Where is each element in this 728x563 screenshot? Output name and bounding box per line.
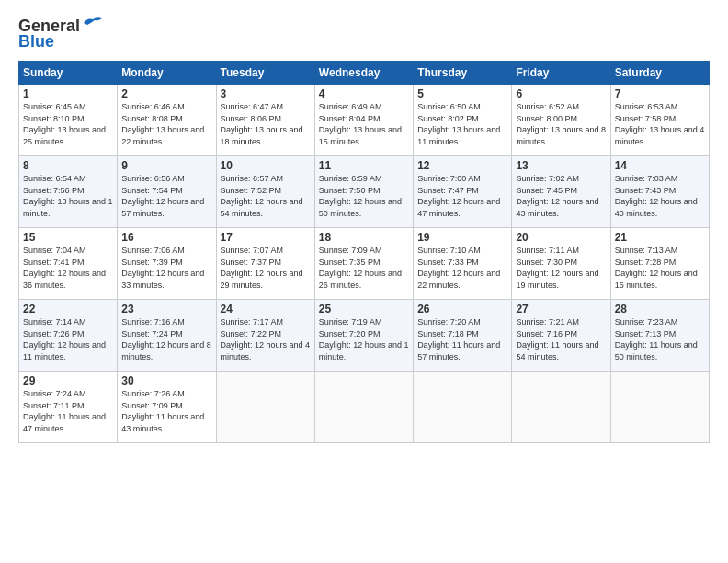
day-info: Sunrise: 6:49 AM Sunset: 8:04 PM Dayligh…	[319, 101, 409, 147]
sunrise-time: Sunrise: 7:21 AM	[516, 317, 579, 327]
sunrise-time: Sunrise: 7:23 AM	[615, 317, 678, 327]
day-number: 22	[23, 303, 113, 316]
day-number: 20	[516, 231, 606, 244]
calendar-cell: 24 Sunrise: 7:17 AM Sunset: 7:22 PM Dayl…	[216, 300, 314, 372]
day-number: 10	[221, 159, 311, 172]
header-saturday: Saturday	[610, 62, 709, 85]
calendar-cell: 19 Sunrise: 7:10 AM Sunset: 7:33 PM Dayl…	[414, 228, 512, 300]
sunrise-time: Sunrise: 7:26 AM	[121, 389, 185, 398]
calendar-cell: 12 Sunrise: 7:00 AM Sunset: 7:47 PM Dayl…	[414, 156, 512, 228]
day-info: Sunrise: 7:14 AM Sunset: 7:26 PM Dayligh…	[23, 316, 113, 362]
sunset-time: Sunset: 7:13 PM	[615, 329, 677, 339]
day-number: 14	[615, 159, 705, 172]
daylight-hours: Daylight: 13 hours and 22 minutes.	[121, 125, 204, 146]
daylight-hours: Daylight: 12 hours and 29 minutes.	[221, 269, 303, 290]
day-number: 8	[23, 159, 113, 172]
day-number: 29	[23, 374, 113, 387]
calendar-cell: 21 Sunrise: 7:13 AM Sunset: 7:28 PM Dayl…	[610, 228, 709, 300]
daylight-hours: Daylight: 12 hours and 22 minutes.	[417, 269, 500, 290]
sunrise-time: Sunrise: 6:52 AM	[516, 102, 579, 111]
day-info: Sunrise: 7:02 AM Sunset: 7:45 PM Dayligh…	[516, 173, 606, 219]
sunset-time: Sunset: 8:10 PM	[23, 114, 85, 123]
calendar-cell: 11 Sunrise: 6:59 AM Sunset: 7:50 PM Dayl…	[314, 156, 413, 228]
sunset-time: Sunset: 8:04 PM	[319, 114, 381, 123]
sunset-time: Sunset: 7:35 PM	[319, 258, 381, 267]
day-number: 19	[417, 231, 507, 244]
sunset-time: Sunset: 7:30 PM	[516, 258, 577, 267]
sunset-time: Sunset: 7:33 PM	[417, 258, 479, 267]
calendar-cell: 27 Sunrise: 7:21 AM Sunset: 7:16 PM Dayl…	[512, 300, 610, 372]
calendar-cell	[314, 372, 413, 443]
day-info: Sunrise: 7:09 AM Sunset: 7:35 PM Dayligh…	[319, 245, 409, 291]
day-number: 7	[615, 87, 705, 100]
sunset-time: Sunset: 8:08 PM	[121, 114, 183, 123]
day-info: Sunrise: 7:24 AM Sunset: 7:11 PM Dayligh…	[23, 388, 113, 434]
sunset-time: Sunset: 7:58 PM	[615, 114, 677, 123]
calendar-cell: 4 Sunrise: 6:49 AM Sunset: 8:04 PM Dayli…	[314, 85, 413, 156]
sunset-time: Sunset: 7:47 PM	[417, 186, 479, 195]
calendar-cell: 17 Sunrise: 7:07 AM Sunset: 7:37 PM Dayl…	[216, 228, 314, 300]
sunset-time: Sunset: 7:09 PM	[121, 401, 183, 410]
sunset-time: Sunset: 7:52 PM	[221, 186, 282, 195]
daylight-hours: Daylight: 12 hours and 1 minute.	[319, 340, 409, 362]
day-info: Sunrise: 7:11 AM Sunset: 7:30 PM Dayligh…	[516, 245, 606, 291]
sunset-time: Sunset: 7:11 PM	[23, 401, 85, 410]
daylight-hours: Daylight: 13 hours and 8 minutes.	[516, 125, 606, 146]
calendar-week-4: 22 Sunrise: 7:14 AM Sunset: 7:26 PM Dayl…	[19, 300, 710, 372]
sunrise-time: Sunrise: 6:46 AM	[121, 102, 185, 111]
sunset-time: Sunset: 7:18 PM	[417, 329, 479, 339]
calendar-cell: 9 Sunrise: 6:56 AM Sunset: 7:54 PM Dayli…	[118, 156, 216, 228]
sunset-time: Sunset: 7:26 PM	[23, 329, 85, 339]
sunrise-time: Sunrise: 7:14 AM	[23, 317, 86, 327]
day-info: Sunrise: 6:47 AM Sunset: 8:06 PM Dayligh…	[221, 101, 311, 147]
day-number: 12	[417, 159, 507, 172]
day-number: 2	[121, 87, 211, 100]
sunrise-time: Sunrise: 6:56 AM	[121, 174, 185, 183]
sunrise-time: Sunrise: 7:24 AM	[23, 389, 86, 398]
day-info: Sunrise: 6:52 AM Sunset: 8:00 PM Dayligh…	[516, 101, 606, 147]
day-info: Sunrise: 7:00 AM Sunset: 7:47 PM Dayligh…	[417, 173, 507, 219]
calendar-cell: 7 Sunrise: 6:53 AM Sunset: 7:58 PM Dayli…	[610, 85, 709, 156]
header: General Blue	[18, 17, 710, 52]
day-info: Sunrise: 6:46 AM Sunset: 8:08 PM Dayligh…	[121, 101, 211, 147]
calendar-cell: 18 Sunrise: 7:09 AM Sunset: 7:35 PM Dayl…	[314, 228, 413, 300]
sunset-time: Sunset: 8:02 PM	[417, 114, 479, 123]
day-info: Sunrise: 6:50 AM Sunset: 8:02 PM Dayligh…	[417, 101, 507, 147]
sunrise-time: Sunrise: 7:13 AM	[615, 246, 678, 255]
sunrise-time: Sunrise: 6:59 AM	[319, 174, 382, 183]
calendar-cell: 6 Sunrise: 6:52 AM Sunset: 8:00 PM Dayli…	[512, 85, 610, 156]
calendar-cell: 30 Sunrise: 7:26 AM Sunset: 7:09 PM Dayl…	[118, 372, 216, 443]
sunrise-time: Sunrise: 7:07 AM	[221, 246, 284, 255]
daylight-hours: Daylight: 13 hours and 4 minutes.	[615, 125, 705, 146]
daylight-hours: Daylight: 12 hours and 11 minutes.	[23, 340, 106, 362]
calendar-cell	[512, 372, 610, 443]
sunset-time: Sunset: 7:50 PM	[319, 186, 381, 195]
day-info: Sunrise: 6:56 AM Sunset: 7:54 PM Dayligh…	[121, 173, 211, 219]
calendar-cell: 22 Sunrise: 7:14 AM Sunset: 7:26 PM Dayl…	[19, 300, 118, 372]
daylight-hours: Daylight: 12 hours and 36 minutes.	[23, 269, 106, 290]
sunset-time: Sunset: 7:16 PM	[516, 329, 577, 339]
sunrise-time: Sunrise: 7:10 AM	[417, 246, 481, 255]
day-info: Sunrise: 7:10 AM Sunset: 7:33 PM Dayligh…	[417, 245, 507, 291]
day-info: Sunrise: 7:16 AM Sunset: 7:24 PM Dayligh…	[121, 316, 211, 362]
day-number: 27	[516, 303, 606, 316]
daylight-hours: Daylight: 12 hours and 40 minutes.	[615, 197, 698, 218]
day-info: Sunrise: 6:45 AM Sunset: 8:10 PM Dayligh…	[23, 101, 113, 147]
day-number: 23	[121, 303, 211, 316]
day-number: 11	[319, 159, 409, 172]
daylight-hours: Daylight: 13 hours and 25 minutes.	[23, 125, 106, 146]
day-number: 6	[516, 87, 606, 100]
day-number: 24	[221, 303, 311, 316]
sunset-time: Sunset: 7:41 PM	[23, 258, 85, 267]
sunset-time: Sunset: 7:54 PM	[121, 186, 183, 195]
calendar-cell: 23 Sunrise: 7:16 AM Sunset: 7:24 PM Dayl…	[118, 300, 216, 372]
calendar-cell: 25 Sunrise: 7:19 AM Sunset: 7:20 PM Dayl…	[314, 300, 413, 372]
calendar-cell: 26 Sunrise: 7:20 AM Sunset: 7:18 PM Dayl…	[414, 300, 512, 372]
calendar-cell	[610, 372, 709, 443]
sunrise-time: Sunrise: 7:02 AM	[516, 174, 579, 183]
sunrise-time: Sunrise: 7:03 AM	[615, 174, 678, 183]
day-info: Sunrise: 7:04 AM Sunset: 7:41 PM Dayligh…	[23, 245, 113, 291]
day-number: 13	[516, 159, 606, 172]
sunset-time: Sunset: 7:45 PM	[516, 186, 577, 195]
sunset-time: Sunset: 7:22 PM	[221, 329, 282, 339]
